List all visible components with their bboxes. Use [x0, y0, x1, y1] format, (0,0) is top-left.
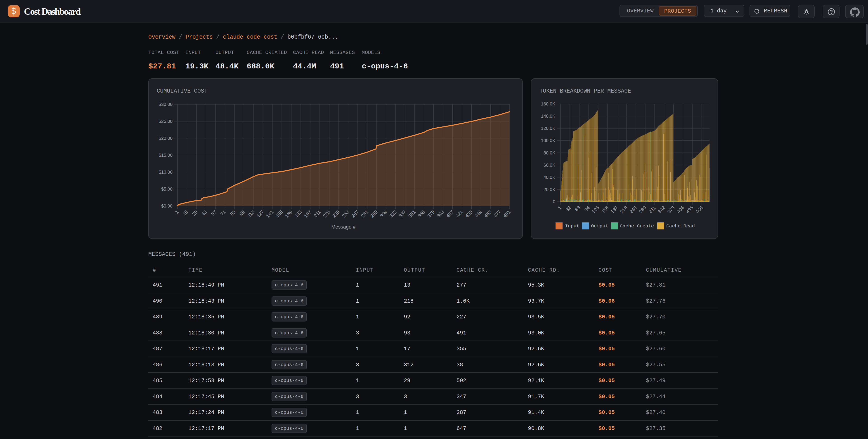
svg-text:$15.00: $15.00: [159, 153, 173, 158]
svg-text:94: 94: [583, 205, 591, 212]
svg-text:60.0K: 60.0K: [544, 163, 556, 168]
svg-text:Message #: Message #: [331, 224, 355, 230]
svg-text:40.0K: 40.0K: [544, 175, 556, 180]
svg-text:183: 183: [293, 209, 303, 218]
svg-text:$10.00: $10.00: [159, 170, 173, 175]
svg-text:125: 125: [591, 205, 600, 214]
svg-text:29: 29: [191, 209, 198, 217]
svg-text:281: 281: [360, 209, 369, 218]
svg-text:466: 466: [694, 205, 704, 214]
svg-text:225: 225: [322, 209, 331, 218]
svg-text:127: 127: [255, 209, 265, 218]
svg-text:20.0K: 20.0K: [544, 187, 556, 192]
svg-text:309: 309: [379, 209, 388, 218]
svg-text:80.0K: 80.0K: [544, 150, 556, 155]
svg-text:211: 211: [313, 209, 322, 218]
svg-text:113: 113: [246, 209, 255, 218]
svg-text:342: 342: [657, 205, 666, 214]
svg-text:477: 477: [493, 209, 502, 218]
svg-text:337: 337: [398, 209, 407, 218]
svg-text:373: 373: [666, 205, 675, 214]
svg-text:85: 85: [229, 209, 237, 217]
svg-text:187: 187: [610, 205, 619, 214]
svg-text:295: 295: [369, 209, 379, 218]
svg-text:323: 323: [388, 209, 398, 218]
svg-text:365: 365: [417, 209, 426, 218]
svg-text:351: 351: [407, 209, 416, 218]
svg-text:197: 197: [303, 209, 312, 218]
svg-text:141: 141: [265, 209, 274, 218]
svg-text:1: 1: [557, 205, 562, 211]
svg-text:43: 43: [200, 209, 208, 217]
svg-text:71: 71: [220, 209, 227, 217]
svg-text:311: 311: [648, 205, 657, 214]
svg-text:435: 435: [464, 209, 473, 218]
svg-text:463: 463: [483, 209, 492, 218]
svg-text:407: 407: [445, 209, 455, 218]
svg-text:1: 1: [174, 209, 180, 215]
svg-text:100.0K: 100.0K: [541, 138, 556, 143]
svg-text:393: 393: [436, 209, 445, 218]
svg-text:99: 99: [239, 209, 246, 217]
svg-text:$30.00: $30.00: [159, 102, 173, 107]
svg-text:$20.00: $20.00: [159, 136, 173, 141]
svg-text:435: 435: [685, 205, 694, 214]
svg-text:379: 379: [426, 209, 435, 218]
svg-text:63: 63: [574, 205, 581, 212]
svg-text:57: 57: [210, 209, 218, 217]
svg-text:$25.00: $25.00: [159, 119, 173, 124]
svg-text:140.0K: 140.0K: [541, 113, 556, 119]
svg-text:491: 491: [502, 209, 512, 218]
svg-text:404: 404: [676, 205, 685, 214]
svg-text:249: 249: [628, 205, 638, 214]
svg-text:160.0K: 160.0K: [541, 101, 556, 106]
svg-text:155: 155: [275, 209, 284, 218]
svg-text:218: 218: [619, 205, 628, 214]
svg-text:15: 15: [182, 209, 189, 217]
svg-text:169: 169: [284, 209, 293, 218]
svg-text:Output: Output: [591, 224, 608, 229]
svg-text:0: 0: [553, 199, 555, 204]
svg-text:Cache Create: Cache Create: [620, 224, 654, 229]
svg-text:156: 156: [600, 205, 610, 214]
svg-text:32: 32: [564, 205, 572, 212]
svg-text:253: 253: [341, 209, 350, 218]
svg-text:Cache Read: Cache Read: [666, 224, 695, 229]
svg-text:$5.00: $5.00: [161, 187, 173, 192]
svg-text:280: 280: [638, 205, 647, 214]
svg-text:421: 421: [455, 209, 464, 218]
svg-text:120.0K: 120.0K: [541, 126, 556, 131]
svg-text:449: 449: [474, 209, 483, 218]
svg-text:267: 267: [350, 209, 360, 218]
svg-text:239: 239: [332, 209, 341, 218]
svg-text:$0.00: $0.00: [161, 203, 173, 208]
svg-text:Input: Input: [565, 224, 579, 229]
